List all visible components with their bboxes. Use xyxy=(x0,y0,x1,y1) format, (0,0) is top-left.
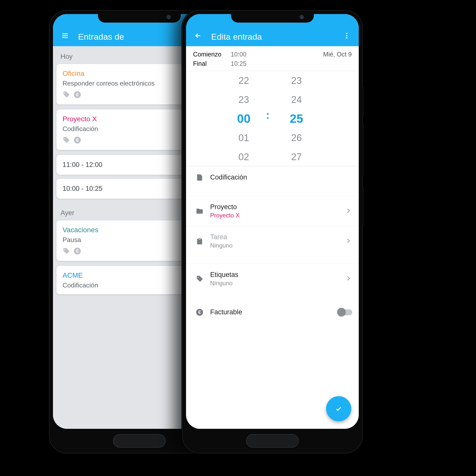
phone-edit: Edita entrada Comienzo 10:00 Mié, Oct 9 … xyxy=(182,10,363,453)
svg-text:€: € xyxy=(198,310,201,315)
end-time[interactable]: 10:25 xyxy=(231,60,247,67)
end-label: Final xyxy=(193,60,231,67)
start-label: Comienzo xyxy=(193,51,231,58)
project-label: Proyecto xyxy=(210,203,345,211)
billable-toggle[interactable] xyxy=(338,309,352,315)
description-icon xyxy=(193,174,207,181)
chevron-right-icon xyxy=(345,207,352,215)
task-label: Tarea xyxy=(210,233,345,241)
svg-text:€: € xyxy=(76,137,79,143)
billable-row[interactable]: € Facturable xyxy=(186,301,359,323)
chevron-right-icon xyxy=(345,237,352,246)
tags-label: Etiquetas xyxy=(210,271,345,279)
svg-text:€: € xyxy=(76,248,79,254)
clipboard-icon xyxy=(193,237,207,245)
euro-icon: € xyxy=(193,309,207,316)
tag-icon xyxy=(193,275,207,283)
back-icon[interactable] xyxy=(192,30,204,42)
menu-icon[interactable] xyxy=(59,30,71,42)
folder-icon xyxy=(193,207,207,215)
android-nav xyxy=(183,429,362,453)
svg-text:€: € xyxy=(76,92,79,97)
tags-row[interactable]: Etiquetas Ninguno xyxy=(186,264,359,294)
confirm-button[interactable] xyxy=(326,396,351,421)
tags-value: Ninguno xyxy=(210,280,345,287)
duration-wheel[interactable]: 22 23 00 01 02 : 23 24 25 26 27 xyxy=(186,71,359,166)
hours-column[interactable]: 22 23 00 01 02 xyxy=(229,71,259,166)
description-value: Codificación xyxy=(210,173,352,181)
euro-icon: € xyxy=(74,136,81,145)
svg-point-6 xyxy=(346,33,347,34)
euro-icon: € xyxy=(74,91,81,99)
time-fields: Comienzo 10:00 Mié, Oct 9 Final 10:25 xyxy=(186,46,359,71)
project-value: Proyecto X xyxy=(210,212,345,219)
euro-icon: € xyxy=(74,247,81,256)
tag-icon xyxy=(63,91,70,99)
billable-label: Facturable xyxy=(210,308,338,316)
svg-point-7 xyxy=(346,35,347,36)
appbar-title: Edita entrada xyxy=(211,32,341,42)
start-time[interactable]: 10:00 xyxy=(231,51,247,58)
minutes-column[interactable]: 23 24 25 26 27 xyxy=(281,71,312,166)
svg-point-8 xyxy=(346,37,347,39)
project-row[interactable]: Proyecto Proyecto X xyxy=(186,196,359,226)
wheel-separator: : xyxy=(266,109,270,121)
task-value: Ninguno xyxy=(210,242,345,249)
tag-icon xyxy=(63,136,70,145)
task-row[interactable]: Tarea Ninguno xyxy=(186,226,359,256)
tag-icon xyxy=(63,247,70,256)
chevron-right-icon xyxy=(345,275,352,283)
description-row[interactable]: Codificación xyxy=(186,166,359,188)
entry-date[interactable]: Mié, Oct 9 xyxy=(323,51,352,58)
more-icon[interactable] xyxy=(341,30,353,42)
